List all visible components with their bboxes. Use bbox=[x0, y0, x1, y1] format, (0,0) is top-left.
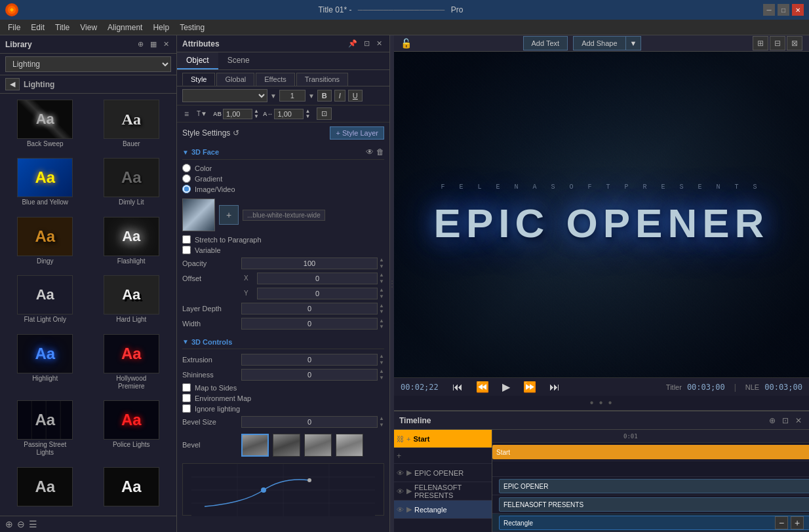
menu-alignment[interactable]: Alignment bbox=[102, 22, 148, 33]
text-color-icon[interactable]: T▼ bbox=[195, 109, 209, 118]
opacity-down[interactable]: ▼ bbox=[379, 263, 384, 270]
underline-button[interactable]: U bbox=[348, 90, 363, 102]
track-add-icon[interactable]: + bbox=[406, 435, 410, 443]
bevel-option-3[interactable] bbox=[304, 434, 332, 457]
char-spacing-down[interactable]: ▼ bbox=[305, 114, 310, 119]
menu-edit[interactable]: Edit bbox=[26, 22, 50, 33]
bold-button[interactable]: B bbox=[317, 90, 332, 102]
skip-to-end-button[interactable]: ⏭ bbox=[545, 380, 564, 394]
add-track-button[interactable]: + bbox=[397, 451, 401, 461]
layer-depth-up[interactable]: ▲ bbox=[379, 303, 384, 309]
library-icon-add[interactable]: ⊕ bbox=[136, 39, 146, 49]
menu-file[interactable]: File bbox=[3, 22, 26, 33]
gradient-radio-label[interactable]: Gradient bbox=[195, 175, 222, 183]
lock-icon[interactable]: 🔓 bbox=[401, 38, 412, 48]
italic-button[interactable]: I bbox=[334, 90, 345, 102]
ignore-lighting-label[interactable]: Ignore lighting bbox=[195, 405, 240, 413]
library-item[interactable]: Aa Blue and Yellow bbox=[3, 155, 88, 212]
refresh-icon[interactable]: ↺ bbox=[233, 128, 239, 138]
track-eye-1[interactable]: 👁 bbox=[397, 469, 404, 477]
track-chain-icon[interactable]: ⛓ bbox=[397, 435, 404, 443]
preview-canvas[interactable]: F E L E N A S O F T P R E S E N T S EPIC… bbox=[394, 52, 809, 377]
extrusion-down[interactable]: ▼ bbox=[379, 360, 384, 366]
bevel-option-2[interactable] bbox=[273, 434, 300, 457]
menu-view[interactable]: View bbox=[75, 22, 102, 33]
track-eye-3[interactable]: 👁 bbox=[397, 506, 404, 514]
library-item[interactable]: Aa Hollywood Premiere bbox=[89, 331, 174, 396]
rect-clip-bar[interactable]: Rectangle bbox=[499, 516, 809, 530]
add-shape-button[interactable]: Add Shape bbox=[573, 36, 625, 50]
maximize-button[interactable]: □ bbox=[778, 4, 789, 16]
tab-object[interactable]: Object bbox=[177, 52, 218, 69]
zoom-out-button[interactable]: − bbox=[775, 516, 788, 529]
track-chevron-2[interactable]: ▶ bbox=[406, 487, 412, 495]
map-sides-label[interactable]: Map to Sides bbox=[195, 384, 237, 392]
char-spacing-input[interactable] bbox=[274, 109, 304, 119]
library-item[interactable]: Aa Bauer bbox=[89, 96, 174, 153]
color-radio-label[interactable]: Color bbox=[195, 164, 212, 172]
width-input[interactable] bbox=[241, 318, 378, 330]
library-item[interactable]: Aa Passing Street Lights bbox=[3, 397, 88, 462]
library-menu-icon[interactable]: ☰ bbox=[29, 519, 37, 529]
menu-help[interactable]: Help bbox=[148, 22, 174, 33]
track-chevron-3[interactable]: ▶ bbox=[406, 505, 412, 514]
add-shape-dropdown[interactable]: ▼ bbox=[626, 36, 642, 50]
face-delete-icon[interactable]: 🗑 bbox=[376, 147, 384, 157]
tl-icon-1[interactable]: ⊕ bbox=[767, 415, 778, 426]
stab-effects[interactable]: Effects bbox=[256, 73, 294, 86]
library-item[interactable]: Aa Police Lights bbox=[89, 397, 174, 462]
stretch-checkbox[interactable] bbox=[182, 235, 191, 244]
grid-view-button[interactable]: ⊞ bbox=[753, 36, 768, 50]
image-radio[interactable] bbox=[182, 185, 191, 193]
bevel-size-up[interactable]: ▲ bbox=[379, 415, 384, 422]
library-icon-list[interactable]: ▦ bbox=[148, 39, 159, 49]
tab-scene[interactable]: Scene bbox=[218, 52, 259, 69]
gradient-radio[interactable] bbox=[182, 174, 191, 183]
tl-icon-2[interactable]: ⊡ bbox=[780, 415, 791, 426]
line-spacing-input[interactable] bbox=[223, 109, 252, 119]
align-left-icon[interactable]: ≡ bbox=[182, 109, 191, 119]
library-item[interactable]: Aa Dingy bbox=[3, 214, 88, 271]
variable-label[interactable]: Variable bbox=[195, 246, 221, 254]
line-spacing-down[interactable]: ▼ bbox=[254, 114, 259, 119]
close-button[interactable]: ✕ bbox=[792, 4, 804, 16]
full-view-button[interactable]: ⊠ bbox=[787, 36, 802, 50]
texture-add-button[interactable]: + bbox=[219, 205, 239, 225]
shininess-input[interactable] bbox=[241, 369, 378, 381]
map-sides-checkbox[interactable] bbox=[182, 383, 191, 392]
track-chevron-1[interactable]: ▶ bbox=[406, 468, 412, 477]
attr-icon-close[interactable]: ✕ bbox=[374, 39, 384, 48]
bevel-size-down[interactable]: ▼ bbox=[379, 422, 384, 428]
play-button[interactable]: ▶ bbox=[498, 379, 514, 394]
shininess-up[interactable]: ▲ bbox=[379, 368, 384, 375]
felena-clip-bar[interactable]: FELENASOFT PRESENTS bbox=[499, 497, 809, 512]
image-radio-label[interactable]: Image/Video bbox=[195, 185, 235, 193]
stab-style[interactable]: Style bbox=[182, 73, 215, 86]
offset-x-up[interactable]: ▲ bbox=[379, 272, 384, 278]
offset-y-up[interactable]: ▲ bbox=[379, 287, 384, 294]
library-back-button[interactable]: ◀ bbox=[5, 78, 20, 90]
extrusion-input[interactable] bbox=[241, 354, 378, 366]
variable-checkbox[interactable] bbox=[182, 246, 191, 254]
zoom-in-button[interactable]: + bbox=[791, 516, 804, 529]
offset-y-down[interactable]: ▼ bbox=[379, 294, 384, 300]
step-back-button[interactable]: ⏪ bbox=[472, 379, 493, 394]
bevel-size-input[interactable] bbox=[241, 416, 378, 428]
menu-testing[interactable]: Testing bbox=[174, 22, 210, 33]
layer-depth-input[interactable] bbox=[241, 303, 378, 314]
epic-clip-bar[interactable]: EPIC OPENER bbox=[499, 479, 809, 493]
library-import-icon[interactable]: ⊖ bbox=[17, 519, 25, 529]
attr-icon-pin[interactable]: 📌 bbox=[346, 39, 359, 48]
font-size-input[interactable] bbox=[279, 90, 306, 102]
library-icon-close[interactable]: ✕ bbox=[161, 39, 171, 49]
library-item[interactable]: Aa Hard Light bbox=[89, 272, 174, 329]
opacity-input[interactable] bbox=[241, 257, 378, 269]
offset-x-input[interactable] bbox=[257, 273, 378, 284]
width-up[interactable]: ▲ bbox=[379, 318, 384, 324]
start-clip-bar[interactable]: Start Midd End bbox=[492, 445, 809, 459]
curve-editor[interactable] bbox=[182, 463, 384, 516]
attr-icon-expand[interactable]: ⊡ bbox=[362, 39, 372, 48]
stab-global[interactable]: Global bbox=[216, 73, 254, 86]
stab-transitions[interactable]: Transitions bbox=[296, 73, 348, 86]
library-item[interactable]: Aa Flat Light Only bbox=[3, 272, 88, 329]
